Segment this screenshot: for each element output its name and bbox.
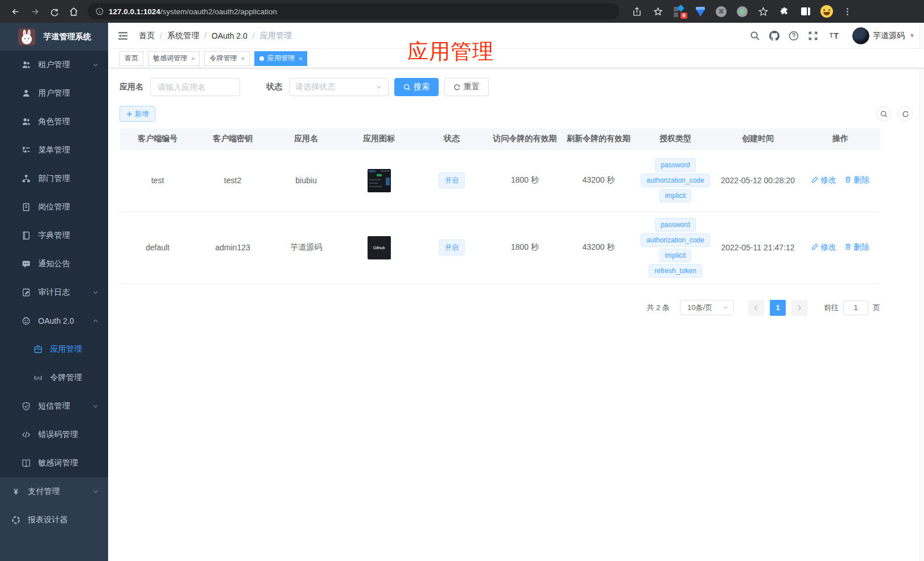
fullscreen-icon[interactable] xyxy=(808,31,818,41)
user-caret-icon[interactable]: ▼ xyxy=(909,32,915,39)
next-page-button[interactable] xyxy=(791,300,807,316)
org-chart-icon xyxy=(22,174,31,183)
delete-link[interactable]: 删除 xyxy=(844,242,869,253)
sidebar-item-用户管理[interactable]: 用户管理 xyxy=(0,79,108,108)
github-icon[interactable] xyxy=(769,31,779,41)
sidebar-item-label: 错误码管理 xyxy=(38,430,78,440)
breadcrumb-separator: / xyxy=(204,31,207,40)
edit-link[interactable]: 修改 xyxy=(811,175,836,185)
close-icon[interactable]: × xyxy=(299,55,302,62)
sidebar-item-label: 支付管理 xyxy=(28,486,60,497)
sidebar-item-label: OAuth 2.0 xyxy=(38,316,74,325)
green-star-extension-icon[interactable] xyxy=(756,3,772,19)
page-unit-label: 页 xyxy=(873,303,880,313)
sidebar-item-岗位管理[interactable]: 岗位管理 xyxy=(0,193,108,221)
page-number-button[interactable]: 1 xyxy=(770,300,786,316)
app-icon-thumbnail xyxy=(368,169,391,192)
sidebar-item-错误码管理[interactable]: 错误码管理 xyxy=(0,420,108,449)
help-icon[interactable] xyxy=(789,31,799,41)
sidebar-item-OAuth 2.0[interactable]: OAuth 2.0 xyxy=(0,307,108,335)
command-extension-icon[interactable]: ⌘ xyxy=(713,3,729,19)
close-icon[interactable]: × xyxy=(191,55,195,62)
add-button[interactable]: 新增 xyxy=(119,106,155,122)
delete-link[interactable]: 删除 xyxy=(844,175,869,185)
cell-created-time: 2022-05-11 21:47:12 xyxy=(715,212,801,283)
sidebar-item-label: 租户管理 xyxy=(38,60,70,70)
prev-page-button[interactable] xyxy=(748,300,764,316)
status-select[interactable]: 请选择状态 xyxy=(289,78,389,96)
sidebar-item-支付管理[interactable]: ¥支付管理 xyxy=(0,477,108,506)
user-avatar[interactable] xyxy=(852,27,869,44)
search-icon[interactable] xyxy=(750,31,760,41)
bookmark-star-icon[interactable] xyxy=(650,3,666,19)
reset-button[interactable]: 重置 xyxy=(444,78,489,96)
font-size-icon[interactable]: TT xyxy=(827,31,841,41)
edit-link[interactable]: 修改 xyxy=(811,242,836,253)
sidebar-item-label: 部门管理 xyxy=(38,174,70,184)
page-scrollbar[interactable] xyxy=(919,23,924,561)
sidebar-item-部门管理[interactable]: 部门管理 xyxy=(0,164,108,193)
sidebar-item-报表设计器[interactable]: 报表设计器 xyxy=(0,506,108,534)
app-title: 芋道管理系统 xyxy=(43,32,91,42)
extension-badge-icon[interactable]: 9 xyxy=(671,3,687,19)
username: 芋道源码 xyxy=(873,31,905,41)
app-logo[interactable]: 芋道管理系统 xyxy=(0,23,108,51)
profile-avatar-icon[interactable] xyxy=(819,3,835,19)
close-icon[interactable]: × xyxy=(241,55,244,62)
puzzle-extensions-icon[interactable] xyxy=(777,3,793,19)
tab-敏感词管理[interactable]: 敏感词管理× xyxy=(148,51,200,66)
sidebar-item-通知公告[interactable]: 通知公告 xyxy=(0,250,108,278)
sidebar-item-审计日志[interactable]: 审计日志 xyxy=(0,278,108,307)
sidebar-item-短信管理[interactable]: 短信管理 xyxy=(0,392,108,420)
sidebar-item-敏感词管理[interactable]: 敏感词管理 xyxy=(0,449,108,477)
refresh-table-icon[interactable] xyxy=(898,106,913,121)
column-header: 授权类型 xyxy=(636,129,715,149)
gem-extension-icon[interactable] xyxy=(692,3,708,19)
grant-type-tag: password xyxy=(655,158,695,172)
refresh-icon[interactable] xyxy=(46,3,62,19)
grant-type-tag: implicit xyxy=(659,249,692,262)
tab-令牌管理[interactable]: 令牌管理× xyxy=(204,51,249,66)
goto-page-input[interactable] xyxy=(843,300,868,315)
share-icon[interactable] xyxy=(629,3,645,19)
address-bar[interactable]: 127.0.0.1:1024/system/oauth2/oauth2/appl… xyxy=(88,3,620,19)
shield-check-icon xyxy=(22,402,31,411)
sidebar-item-label: 敏感词管理 xyxy=(38,458,78,468)
pagination: 共 2 条 10条/页 1 前往 页 xyxy=(119,300,880,316)
collapse-sidebar-icon[interactable] xyxy=(117,30,129,42)
breadcrumb-item[interactable]: OAuth 2.0 xyxy=(212,31,248,40)
sidebar-item-角色管理[interactable]: 角色管理 xyxy=(0,108,108,136)
navbar-tools: TT 芋道源码 ▼ xyxy=(745,27,915,44)
home-icon[interactable] xyxy=(65,3,81,19)
back-icon[interactable] xyxy=(7,3,23,19)
cell-created-time: 2022-05-12 00:28:20 xyxy=(715,149,801,212)
show-search-icon[interactable] xyxy=(876,106,891,121)
app-name-input[interactable] xyxy=(150,78,240,96)
forward-icon[interactable] xyxy=(27,3,43,19)
site-info-icon[interactable] xyxy=(96,7,104,15)
grant-type-tag: password xyxy=(655,218,695,232)
sidebar-panel-icon[interactable] xyxy=(798,3,814,19)
search-button[interactable]: 搜索 xyxy=(394,78,439,96)
sidebar-item-label: 审计日志 xyxy=(38,287,70,298)
sidebar-item-应用管理[interactable]: 应用管理 xyxy=(0,335,108,364)
page-size-select[interactable]: 10条/页 xyxy=(680,300,734,315)
breadcrumb-item[interactable]: 首页 xyxy=(139,31,155,41)
breadcrumb: 首页/系统管理/OAuth 2.0/应用管理 xyxy=(139,31,292,41)
tab-首页[interactable]: 首页 xyxy=(119,51,143,66)
browser-menu-icon[interactable] xyxy=(840,3,856,19)
breadcrumb-item[interactable]: 系统管理 xyxy=(167,31,199,41)
sidebar-item-令牌管理[interactable]: (A)令牌管理 xyxy=(0,364,108,392)
user-icon xyxy=(22,89,31,98)
sidebar-item-菜单管理[interactable]: 菜单管理 xyxy=(0,136,108,164)
sidebar-item-租户管理[interactable]: 租户管理 xyxy=(0,51,108,79)
status-tag: 开启 xyxy=(439,240,465,255)
tab-应用管理[interactable]: 应用管理× xyxy=(254,51,307,66)
status-select-placeholder: 请选择状态 xyxy=(295,82,376,92)
cell-refresh-ttl: 43200 秒 xyxy=(562,149,636,212)
record-extension-icon[interactable] xyxy=(735,3,750,19)
audit-log-icon xyxy=(22,288,31,297)
sidebar-item-字典管理[interactable]: 字典管理 xyxy=(0,221,108,250)
breadcrumb-separator: / xyxy=(160,31,162,40)
announcement-icon xyxy=(22,259,31,269)
